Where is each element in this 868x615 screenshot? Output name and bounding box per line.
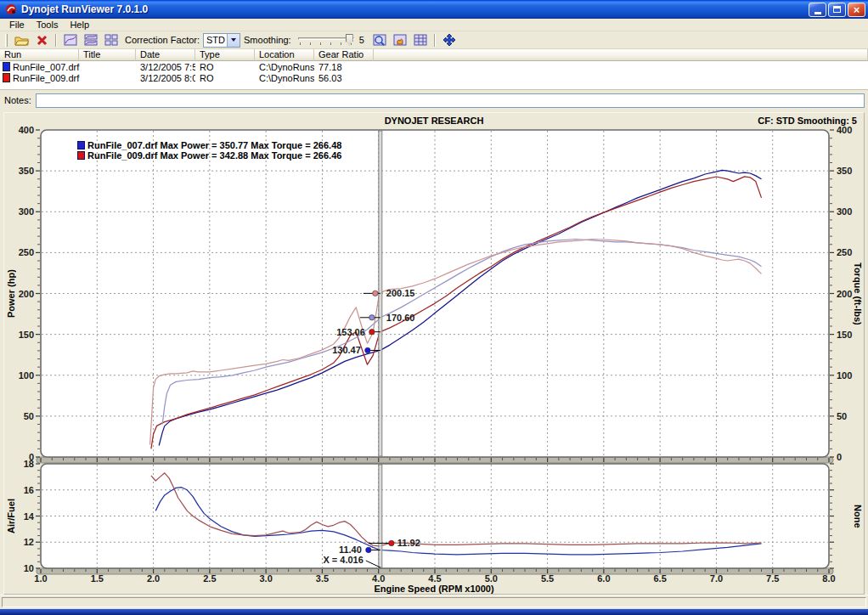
graph-pan-icon [393,34,407,46]
cursor-line [379,465,382,567]
graph-canvas[interactable]: 0050501001001501502002002502503003003503… [4,113,865,595]
run-location: C:\DynoRuns\Gen [255,73,314,83]
svg-text:2.0: 2.0 [147,573,160,584]
chart-panel: 0050501001001501502002002502503003003503… [3,112,865,595]
correction-factor-label: Correction Factor: [125,35,200,45]
column-header-date[interactable]: Date [136,49,195,61]
graph-grid-button[interactable] [411,32,430,48]
table-row[interactable]: RunFile_007.drf 3/12/2005 7:58:08 RO C:\… [0,61,868,72]
legend-item: RunFile_009.drf Max Power = 342.88 Max T… [77,150,341,161]
airfuel-axis-title: Air/Fuel [4,464,18,568]
svg-text:4.5: 4.5 [428,573,441,584]
svg-text:130.47: 130.47 [332,345,361,355]
window-titlebar[interactable]: Dynojet RunViewer 7.0.1.0 × [0,0,868,19]
x-axis-title: Engine Speed (RPM x1000) [4,584,864,594]
column-header-filler [374,49,868,61]
smoothing-slider[interactable] [298,32,354,48]
svg-text:0: 0 [837,452,842,462]
legend-label: RunFile_009.drf Max Power = 342.88 Max T… [87,150,341,161]
run-color-swatch [3,73,10,82]
chart-settings-readout: CF: STD Smoothing: 5 [758,116,857,126]
run-gear-ratio: 56.03 [314,73,374,83]
callout-marker [373,291,378,296]
graph-multi-icon [104,34,118,46]
close-file-icon [36,34,48,47]
svg-text:6.0: 6.0 [597,573,610,584]
notes-input[interactable] [36,93,865,108]
graph-single-button[interactable] [61,32,80,48]
run-file-name: RunFile_007.drf [13,62,79,72]
menu-file[interactable]: File [3,20,31,30]
svg-text:10: 10 [24,563,34,573]
menu-bar: File Tools Help [0,19,868,31]
svg-text:11.40: 11.40 [339,544,362,555]
svg-text:7.5: 7.5 [766,573,779,584]
table-row[interactable]: RunFile_009.drf 3/12/2005 8:03:24 RO C:\… [0,72,868,83]
svg-text:18: 18 [24,459,34,469]
svg-text:11.92: 11.92 [397,538,420,548]
svg-text:153.06: 153.06 [336,327,365,337]
toolbar-grip[interactable] [5,34,8,47]
column-header-run[interactable]: Run [0,49,79,61]
run-date: 3/12/2005 7:58:08 [136,62,195,72]
app-icon [4,3,18,16]
svg-text:50: 50 [837,411,847,421]
callout-marker [366,547,371,552]
run-date: 3/12/2005 8:03:24 [136,73,195,83]
svg-text:3.5: 3.5 [316,573,329,584]
svg-text:4.0: 4.0 [372,573,385,584]
svg-text:200: 200 [19,289,34,299]
menu-help[interactable]: Help [64,20,95,30]
open-file-icon [14,34,29,47]
notes-row: Notes: [0,92,868,109]
chart-title: DYNOJET RESEARCH [4,116,864,126]
smoothing-label: Smoothing: [244,35,291,45]
notes-label: Notes: [4,95,31,105]
graph-dual-icon [84,34,98,46]
svg-text:5.0: 5.0 [485,573,498,584]
column-header-type[interactable]: Type [195,49,255,61]
graph-zoom-button[interactable] [370,32,389,48]
run-color-swatch [3,62,10,71]
column-header-title[interactable]: Title [79,49,136,61]
crosshair-button[interactable] [440,32,459,48]
svg-text:250: 250 [837,247,852,257]
window-title: Dynojet RunViewer 7.0.1.0 [21,3,807,15]
svg-text:150: 150 [837,330,852,340]
smoothing-value: 5 [359,35,364,45]
callout-marker [369,329,375,334]
column-header-gear-ratio[interactable]: Gear Ratio [314,49,374,61]
svg-text:3.0: 3.0 [259,573,272,584]
close-button[interactable]: × [848,3,865,17]
torque-axis-title: Torque (ft-lbs) [851,130,865,457]
graph-zoom-icon [373,34,386,46]
svg-text:X = 4.016: X = 4.016 [323,555,363,565]
svg-text:350: 350 [837,166,852,176]
smoothing-slider-thumb[interactable] [346,34,353,46]
graph-multi-button[interactable] [102,32,121,48]
svg-text:1.0: 1.0 [34,573,47,584]
run-type: RO [195,62,255,72]
graph-pan-button[interactable] [391,32,409,48]
run-table-header: Run Title Date Type Location Gear Ratio [0,49,868,61]
svg-text:250: 250 [19,247,34,257]
column-header-location[interactable]: Location [255,49,314,61]
correction-factor-select[interactable]: STD [203,33,240,48]
power-axis-title: Power (hp) [4,130,18,457]
svg-text:100: 100 [19,370,34,381]
svg-text:350: 350 [19,166,34,176]
combo-dropdown-button[interactable] [227,34,240,47]
run-type: RO [195,73,255,83]
run-table: Run Title Date Type Location Gear Ratio … [0,49,868,90]
run-file-name: RunFile_009.drf [13,73,79,83]
restore-button[interactable] [828,3,846,17]
chevron-down-icon [231,38,236,42]
svg-text:200: 200 [837,289,852,299]
menu-tools[interactable]: Tools [31,20,65,30]
power-torque-plot: 0050501001001501502002002502503003003503… [19,125,853,463]
close-file-button[interactable] [32,32,51,48]
minimize-button[interactable] [809,3,826,17]
callout-marker [389,540,394,545]
open-file-button[interactable] [12,32,31,48]
graph-dual-button[interactable] [82,32,100,48]
